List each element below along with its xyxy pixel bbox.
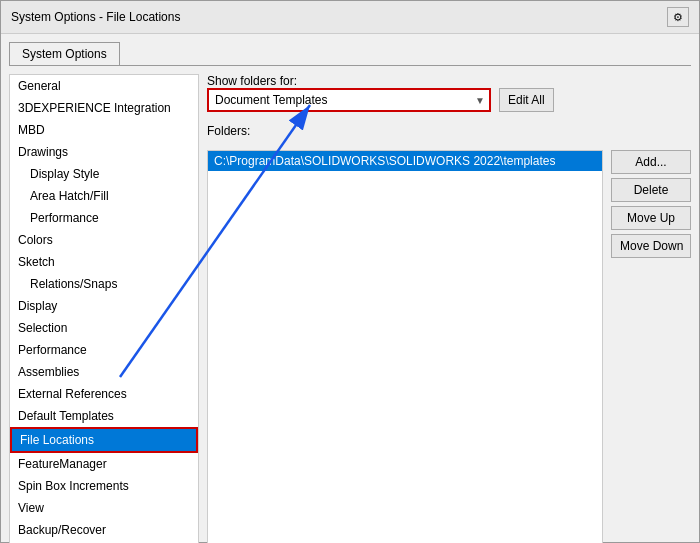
sidebar-item-relations-snaps[interactable]: Relations/Snaps <box>10 273 198 295</box>
main-area: General3DEXPERIENCE IntegrationMBDDrawin… <box>9 74 691 543</box>
sidebar-item-performance[interactable]: Performance <box>10 207 198 229</box>
sidebar-item-performance[interactable]: Performance <box>10 339 198 361</box>
folders-list: C:\ProgramData\SOLIDWORKS\SOLIDWORKS 202… <box>207 150 603 543</box>
tab-system-options[interactable]: System Options <box>9 42 120 65</box>
sidebar-item-display[interactable]: Display <box>10 295 198 317</box>
title-bar: System Options - File Locations ⚙ <box>1 1 699 34</box>
edit-all-button[interactable]: Edit All <box>499 88 554 112</box>
show-folders-label: Show folders for: <box>207 74 691 88</box>
sidebar-item-external-references[interactable]: External References <box>10 383 198 405</box>
sidebar-item-general[interactable]: General <box>10 75 198 97</box>
sidebar-item-featuremanager[interactable]: FeatureManager <box>10 453 198 475</box>
folders-area: C:\ProgramData\SOLIDWORKS\SOLIDWORKS 202… <box>207 150 691 543</box>
sidebar-item-file-locations[interactable]: File Locations <box>10 427 198 453</box>
show-folders-dropdown[interactable]: Document TemplatesSheet FormatsCustom Pr… <box>209 90 489 110</box>
folder-item[interactable]: C:\ProgramData\SOLIDWORKS\SOLIDWORKS 202… <box>208 151 602 171</box>
content-area: System Options General3DEXPERIENCE Integ… <box>1 34 699 543</box>
move-down-button[interactable]: Move Down <box>611 234 691 258</box>
settings-button[interactable]: ⚙ <box>667 7 689 27</box>
folders-label: Folders: <box>207 124 691 138</box>
right-panel: Show folders for: Document TemplatesShee… <box>207 74 691 543</box>
sidebar-item-area-hatch-fill[interactable]: Area Hatch/Fill <box>10 185 198 207</box>
sidebar-item-backup-recover[interactable]: Backup/Recover <box>10 519 198 541</box>
show-folders-row: Document TemplatesSheet FormatsCustom Pr… <box>207 88 691 112</box>
main-window: System Options - File Locations ⚙ System… <box>0 0 700 543</box>
tab-bar: System Options <box>9 42 691 66</box>
dropdown-container: Document TemplatesSheet FormatsCustom Pr… <box>207 88 491 112</box>
show-folders-section: Show folders for: Document TemplatesShee… <box>207 74 691 112</box>
sidebar-item-sketch[interactable]: Sketch <box>10 251 198 273</box>
sidebar-item-selection[interactable]: Selection <box>10 317 198 339</box>
sidebar-item-view[interactable]: View <box>10 497 198 519</box>
sidebar: General3DEXPERIENCE IntegrationMBDDrawin… <box>9 74 199 543</box>
move-up-button[interactable]: Move Up <box>611 206 691 230</box>
sidebar-item-assemblies[interactable]: Assemblies <box>10 361 198 383</box>
delete-button[interactable]: Delete <box>611 178 691 202</box>
sidebar-item-drawings[interactable]: Drawings <box>10 141 198 163</box>
title-bar-controls: ⚙ <box>667 7 689 27</box>
sidebar-item-spin-box-increments[interactable]: Spin Box Increments <box>10 475 198 497</box>
window-title: System Options - File Locations <box>11 10 180 24</box>
add-button[interactable]: Add... <box>611 150 691 174</box>
sidebar-item-display-style[interactable]: Display Style <box>10 163 198 185</box>
right-buttons: Add... Delete Move Up Move Down <box>611 150 691 543</box>
sidebar-item-3dexperience-integration[interactable]: 3DEXPERIENCE Integration <box>10 97 198 119</box>
sidebar-item-colors[interactable]: Colors <box>10 229 198 251</box>
sidebar-item-mbd[interactable]: MBD <box>10 119 198 141</box>
sidebar-item-default-templates[interactable]: Default Templates <box>10 405 198 427</box>
